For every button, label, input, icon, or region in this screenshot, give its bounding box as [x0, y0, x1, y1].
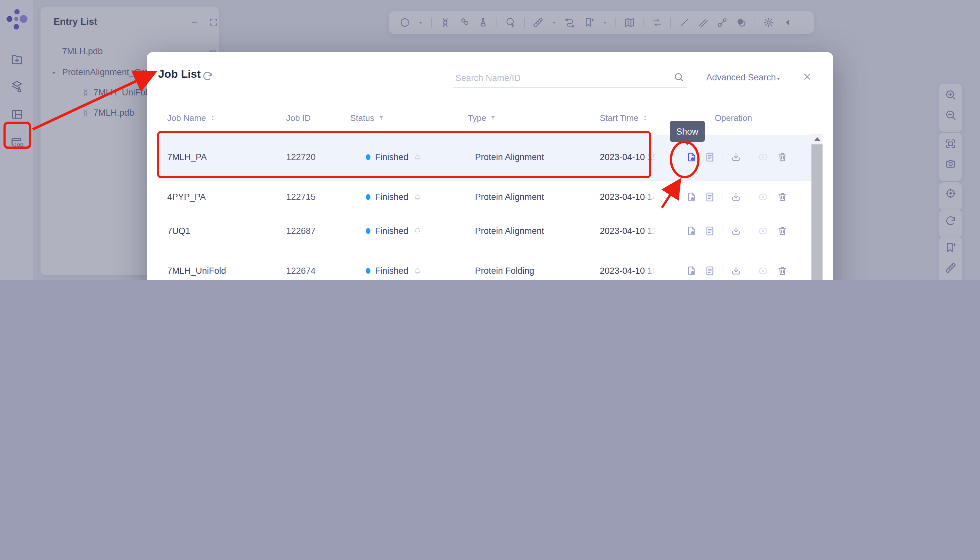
scroll-up-arrow[interactable]: [814, 137, 820, 141]
close-icon[interactable]: [802, 71, 813, 82]
column-header[interactable]: Status: [350, 112, 385, 123]
status-dot: [366, 268, 371, 274]
cell-job-id: 122720: [286, 134, 316, 180]
stop-icon[interactable]: [757, 225, 770, 237]
job-list-modal: Job List Advanced Search Job NameJob IDS…: [147, 52, 833, 280]
funnel-icon: [378, 114, 385, 121]
cell-operation: [655, 181, 812, 214]
status-dot: [366, 194, 371, 200]
operation-divider: [722, 152, 723, 162]
status-dot: [366, 228, 371, 234]
cell-type: Protein Alignment: [475, 214, 544, 247]
advanced-search-button[interactable]: Advanced Search: [706, 73, 776, 82]
cell-operation: [655, 248, 812, 280]
show-file-icon[interactable]: [686, 192, 697, 203]
download-icon[interactable]: [730, 192, 742, 203]
vertical-scroll-thumb[interactable]: [812, 144, 822, 280]
bell-icon: [413, 153, 422, 162]
bell-icon: [413, 266, 422, 275]
cell-job-id: 122715: [286, 181, 316, 214]
show-file-icon[interactable]: [686, 225, 697, 237]
sort-icon: [642, 114, 649, 121]
operation-divider: [722, 266, 723, 276]
modal-title: Job List: [158, 68, 201, 81]
cell-job-name: 7MLH_PA: [167, 134, 207, 180]
cell-type: Protein Folding: [475, 248, 534, 280]
cell-type: Protein Alignment: [475, 181, 544, 214]
operation-divider: [749, 266, 749, 276]
operation-divider: [749, 192, 749, 202]
column-header[interactable]: Operation: [715, 112, 752, 123]
column-header[interactable]: Type: [468, 112, 496, 123]
cell-status: Finished: [366, 181, 422, 214]
column-header[interactable]: Job Name: [167, 112, 216, 123]
search-icon[interactable]: [674, 72, 684, 82]
operation-divider: [749, 226, 749, 236]
download-icon[interactable]: [730, 265, 742, 277]
trash-icon[interactable]: [777, 225, 788, 237]
log-icon[interactable]: [704, 192, 715, 203]
stop-icon[interactable]: [757, 265, 770, 277]
cell-operation: [655, 214, 812, 247]
operation-divider: [722, 226, 723, 236]
trash-icon[interactable]: [777, 152, 788, 163]
cell-job-id: 122674: [286, 248, 316, 280]
operation-divider: [722, 192, 723, 202]
cell-job-name: 7UQ1: [167, 214, 190, 247]
show-file-icon[interactable]: [686, 152, 697, 163]
caret-down-icon: [775, 76, 781, 82]
trash-icon[interactable]: [777, 265, 788, 277]
vertical-scrollbar[interactable]: [812, 134, 822, 280]
search-input[interactable]: [453, 68, 687, 88]
cell-job-name: 4PYP_PA: [167, 181, 206, 214]
log-icon[interactable]: [704, 152, 715, 163]
cell-type: Protein Alignment: [475, 134, 544, 180]
log-icon[interactable]: [704, 265, 715, 277]
cell-status: Finished: [366, 248, 422, 280]
table-row[interactable]: 7MLH_PA122720FinishedProtein Alignment20…: [160, 134, 812, 181]
table-row[interactable]: 7MLH_UniFold122674FinishedProtein Foldin…: [160, 248, 812, 280]
sort-icon: [210, 114, 216, 121]
trash-icon[interactable]: [777, 192, 788, 203]
funnel-icon: [489, 114, 496, 121]
operation-divider: [749, 152, 749, 162]
stop-icon[interactable]: [757, 192, 770, 203]
refresh-icon[interactable]: [202, 70, 213, 82]
show-file-icon[interactable]: [686, 265, 697, 277]
log-icon[interactable]: [704, 225, 715, 237]
table-row[interactable]: 7UQ1122687FinishedProtein Alignment2023-…: [160, 214, 812, 248]
bell-icon: [413, 227, 422, 235]
download-icon[interactable]: [730, 225, 742, 237]
download-icon[interactable]: [730, 152, 742, 163]
cell-status: Finished: [366, 214, 422, 247]
table-row[interactable]: 4PYP_PA122715FinishedProtein Alignment20…: [160, 181, 812, 214]
cell-job-id: 122687: [286, 214, 316, 247]
column-header[interactable]: Job ID: [286, 112, 311, 123]
cell-status: Finished: [366, 134, 422, 180]
status-dot: [366, 154, 371, 160]
show-tooltip: Show: [670, 121, 705, 142]
column-header[interactable]: Start Time: [600, 112, 649, 123]
app-stage: JOB H Entry List 7MLH.pdbProteinAlignmen…: [0, 0, 980, 280]
cell-job-name: 7MLH_UniFold: [167, 248, 226, 280]
bell-icon: [413, 193, 422, 202]
stop-icon[interactable]: [757, 152, 770, 163]
